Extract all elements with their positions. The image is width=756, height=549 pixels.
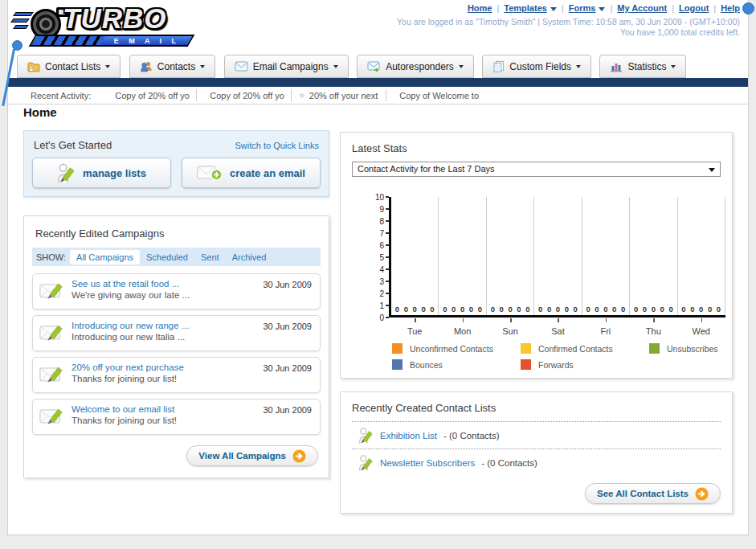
stats-period-select[interactable]: Contact Activity for the Last 7 Days	[352, 162, 721, 177]
tab-autoresponders[interactable]: Autoresponders	[357, 55, 474, 78]
chevron-down-icon	[200, 65, 205, 68]
dot-decoration	[742, 2, 754, 14]
filter-all-campaigns[interactable]: All Campaigns	[70, 250, 140, 264]
recent-activity-item[interactable]: 20% off your next	[292, 89, 386, 101]
header-link-templates[interactable]: Templates	[504, 3, 547, 13]
chart-day-group: 00000Sun	[487, 197, 534, 315]
chart-value-label: 0	[621, 305, 625, 313]
chevron-down-icon	[576, 65, 581, 68]
campaign-title-link[interactable]: Welcome to our email list	[72, 404, 177, 414]
person-pencil-icon	[358, 426, 374, 445]
contact-list-link[interactable]: Newsletter Subscribers	[380, 458, 475, 468]
header-link-forms[interactable]: Forms	[569, 3, 596, 13]
filter-scheduled[interactable]: Scheduled	[140, 250, 194, 264]
tab-statistics[interactable]: Statistics	[599, 55, 686, 78]
recent-activity-item[interactable]: Copy of 20% off yo	[197, 89, 292, 101]
contact-list-item[interactable]: Newsletter Subscribers - (0 Contacts)	[352, 449, 721, 476]
chart-day-group: 00000Thu	[630, 197, 677, 315]
chart-value-label: 0	[660, 305, 664, 313]
campaign-date: 30 Jun 2009	[263, 280, 312, 289]
header-link-home[interactable]: Home	[468, 3, 492, 13]
campaign-title-link[interactable]: Introducing our new range ...	[72, 321, 189, 330]
envelope-icon	[235, 61, 248, 72]
recent-activity-text: 20% off your next	[309, 91, 378, 100]
campaign-subtitle: Thanks for joining our list!	[72, 374, 184, 383]
y-axis-tick: 7	[370, 229, 389, 237]
envelope-icon	[300, 92, 304, 100]
campaign-title-link[interactable]: See us at the retail food ...	[72, 279, 190, 289]
arrow-circle-icon	[695, 487, 709, 501]
legend-label: Confirmed Contacts	[538, 344, 613, 354]
chart-value-label: 0	[612, 305, 616, 313]
y-axis-tick: 10	[370, 193, 389, 201]
campaign-row[interactable]: Welcome to our email list Thanks for joi…	[32, 399, 321, 435]
chart-value-label: 0	[413, 305, 417, 313]
x-axis-tick	[558, 318, 559, 322]
tab-label: Statistics	[627, 61, 666, 72]
chart-day-group: 00000Sat	[534, 197, 582, 315]
manage-lists-button[interactable]: manage lists	[32, 158, 171, 188]
chart-day-group: 00000Wed	[678, 197, 725, 315]
chart-value-label: 0	[547, 305, 551, 313]
chart-value-label: 0	[404, 305, 408, 313]
tab-label: Custom Fields	[509, 61, 571, 72]
create-email-button[interactable]: create an email	[182, 158, 321, 188]
chart-value-label: 0	[652, 305, 656, 313]
recent-activity-item[interactable]: Copy of Welcome to	[386, 89, 481, 101]
view-all-campaigns-label: View All Campaigns	[198, 451, 286, 461]
turbo-email-logo[interactable]: TURBO E M A I L	[10, 2, 210, 49]
campaign-row[interactable]: Introducing our new range ... Introducin…	[32, 315, 321, 351]
left-column: Let's Get Started Switch to Quick Links …	[23, 130, 329, 478]
filter-archived[interactable]: Archived	[226, 250, 273, 264]
campaign-row[interactable]: See us at the retail food ... We're givi…	[32, 273, 321, 309]
envelope-pencil-icon	[39, 364, 65, 384]
flame-icon	[10, 18, 30, 23]
chevron-down-icon	[459, 65, 464, 68]
legend-item-unsubscribes: Unsubscribes	[649, 343, 718, 354]
contact-list-link[interactable]: Exhibition List	[380, 431, 437, 440]
recent-activity-text: Copy of 20% off yo	[210, 91, 284, 100]
tab-email-campaigns[interactable]: Email Campaigns	[224, 55, 349, 78]
switch-quick-links[interactable]: Switch to Quick Links	[235, 141, 319, 150]
recent-activity-item[interactable]: Copy of 20% off yo	[102, 89, 197, 101]
header-link-help[interactable]: Help	[721, 3, 740, 13]
y-axis-tick: 8	[370, 217, 389, 225]
x-axis-label: Thu	[630, 326, 676, 336]
x-axis-tick	[463, 318, 464, 322]
logo-title: TURBO	[63, 2, 166, 35]
chart-value-label: 0	[634, 305, 638, 313]
recently-edited-campaigns-panel: Recently Edited Campaigns SHOW: All Camp…	[23, 215, 329, 478]
campaign-title-link[interactable]: 20% off your next purchase	[72, 363, 184, 372]
legend-item-unconfirmed: Unconfirmed Contacts	[392, 343, 521, 354]
tab-contacts[interactable]: Contacts	[129, 55, 215, 78]
filter-sent[interactable]: Sent	[194, 250, 226, 264]
separator: |	[610, 3, 612, 13]
campaign-row[interactable]: 20% off your next purchase Thanks for jo…	[32, 357, 321, 393]
y-axis-tick: 0	[370, 313, 389, 322]
x-axis-label: Tue	[391, 326, 438, 336]
envelope-pencil-icon	[39, 322, 65, 342]
see-all-contact-lists-button[interactable]: See All Contact Lists	[585, 483, 721, 504]
view-all-campaigns-button[interactable]: View All Campaigns	[186, 445, 318, 466]
logo-email-bar: E M A I L	[29, 35, 195, 47]
tab-contact-lists[interactable]: Contact Lists	[17, 55, 121, 78]
credits-text: You have 1,000 total credits left.	[397, 27, 740, 38]
campaign-date: 30 Jun 2009	[263, 405, 312, 415]
campaigns-title: Recently Edited Campaigns	[35, 227, 321, 240]
y-axis-tick: 6	[370, 241, 389, 249]
latest-stats-panel: Latest Stats Contact Activity for the La…	[340, 132, 733, 379]
bar-chart-icon	[610, 61, 623, 72]
recent-activity-text: Copy of Welcome to	[399, 91, 479, 100]
header-link-logout[interactable]: Logout	[679, 3, 709, 13]
header-link-my-account[interactable]: My Account	[617, 3, 667, 13]
tab-custom-fields[interactable]: Custom Fields	[482, 55, 591, 78]
get-started-panel: Let's Get Started Switch to Quick Links …	[23, 130, 329, 197]
separator: |	[497, 3, 499, 13]
legend-label: Forwards	[538, 360, 574, 370]
chart-value-label: 0	[395, 305, 399, 313]
stats-period-value: Contact Activity for the Last 7 Days	[358, 164, 495, 174]
chart-value-label: 0	[517, 305, 521, 313]
chevron-down-icon	[709, 168, 715, 172]
chart-value-label: 0	[525, 305, 529, 313]
contact-list-item[interactable]: Exhibition List - (0 Contacts)	[352, 422, 721, 449]
